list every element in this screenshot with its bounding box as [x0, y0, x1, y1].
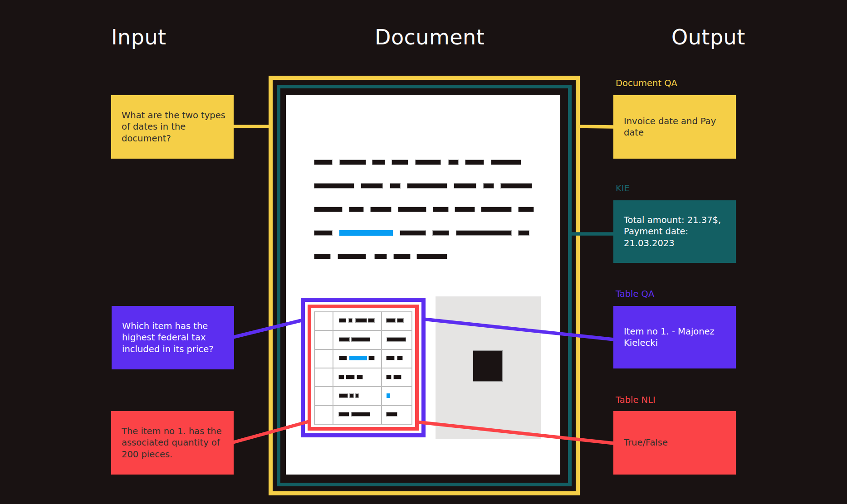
table-cell-bar	[351, 412, 370, 417]
redacted-bar	[407, 183, 447, 189]
output-box-table-qa-text: Item no 1. - Majonez Kielecki	[624, 326, 730, 349]
table-cell-bar	[386, 412, 397, 417]
table-row-line	[314, 349, 412, 350]
redacted-bar	[314, 183, 354, 189]
redacted-bar	[339, 160, 366, 165]
figure-canvas: Input Document Output What are the two t…	[0, 0, 847, 504]
redacted-bar	[314, 207, 343, 212]
table-cell-bar	[338, 412, 349, 417]
redacted-bar	[400, 230, 426, 236]
table-cell-bar	[386, 356, 395, 360]
input-box-table-qa: Which item has the highest federal tax i…	[112, 306, 234, 369]
table-row-line	[314, 368, 412, 368]
redacted-bar	[448, 160, 459, 165]
redacted-bar-highlighted	[339, 230, 393, 236]
input-box-table-qa-text: Which item has the highest federal tax i…	[122, 320, 229, 355]
redacted-bar	[314, 254, 331, 259]
output-label-kie: KIE	[616, 183, 630, 194]
table-row-line	[314, 424, 412, 425]
table-cell-bar	[368, 318, 375, 323]
redacted-bar	[398, 207, 426, 212]
output-box-table-nli-text: True/False	[624, 437, 668, 449]
table-cell-bar	[368, 356, 375, 360]
output-column-title: Output	[671, 25, 745, 49]
table-cell-bar	[348, 318, 353, 323]
redacted-bar	[392, 160, 408, 165]
table-cell-bar	[355, 393, 359, 398]
table-cell-bar	[339, 356, 347, 360]
output-box-document-qa-text: Invoice date and Pay date	[624, 116, 730, 139]
redacted-bar	[370, 207, 392, 212]
table-row-line	[314, 330, 412, 331]
table-cell-bar	[387, 337, 406, 342]
document-column-title: Document	[375, 25, 485, 49]
table-cell-bar-highlighted	[349, 356, 367, 360]
output-box-document-qa: Invoice date and Pay date	[613, 95, 736, 159]
redacted-bar	[374, 254, 387, 259]
redacted-bar	[481, 207, 512, 212]
table-cell-bar-highlighted	[387, 393, 390, 398]
table-cell-bar	[386, 375, 392, 379]
redacted-bar	[415, 160, 441, 165]
redacted-bar	[491, 160, 521, 165]
redacted-bar	[518, 230, 529, 236]
table-row-line	[314, 405, 412, 406]
redacted-bar	[465, 160, 484, 165]
table-cell-bar	[339, 318, 346, 323]
redacted-bar	[361, 183, 383, 189]
input-box-table-nli: The item no 1. has the associated quanti…	[111, 411, 234, 475]
redacted-bar	[433, 207, 449, 212]
table-cell-bar	[338, 375, 344, 379]
table-cell-bar	[351, 337, 370, 342]
table-cell-bar	[386, 318, 396, 323]
redacted-bar	[455, 207, 475, 212]
table-cell-bar	[393, 375, 401, 379]
table-cell-bar	[397, 356, 403, 360]
redacted-bar	[416, 254, 447, 259]
redacted-bar	[483, 183, 494, 189]
table-cell-bar	[357, 375, 363, 379]
redacted-bar	[314, 230, 333, 236]
input-box-document-qa-text: What are the two types of dates in the d…	[122, 110, 228, 145]
redacted-bar	[390, 183, 401, 189]
output-box-table-nli: True/False	[613, 411, 736, 475]
output-box-kie-text: Total amount: 21.37$, Payment date: 21.0…	[624, 214, 730, 249]
input-column-title: Input	[111, 25, 166, 49]
connector-docqa-right	[577, 126, 614, 127]
table-cell-bar	[397, 318, 404, 323]
output-box-table-qa: Item no 1. - Majonez Kielecki	[613, 306, 736, 368]
table-row-line	[314, 386, 412, 387]
redacted-bar	[432, 230, 449, 236]
redacted-bar	[454, 183, 476, 189]
input-box-table-nli-text: The item no 1. has the associated quanti…	[122, 426, 228, 460]
redacted-bar	[518, 207, 534, 212]
redacted-bar	[372, 160, 385, 165]
redacted-bar	[338, 254, 366, 259]
table-cell-bar	[349, 393, 354, 398]
redacted-bar	[456, 230, 512, 236]
table-cell-bar	[355, 318, 367, 323]
redacted-bar	[500, 183, 532, 189]
output-label-table-nli: Table NLI	[616, 395, 656, 405]
output-label-document-qa: Document QA	[616, 78, 677, 88]
output-label-table-qa: Table QA	[616, 289, 654, 299]
table-row-line	[314, 311, 412, 312]
redacted-bar	[349, 207, 364, 212]
table-cell-bar	[339, 393, 348, 398]
document-image-black-square	[473, 350, 503, 382]
table-cell-bar	[339, 337, 350, 342]
input-box-document-qa: What are the two types of dates in the d…	[111, 95, 234, 159]
redacted-bar	[393, 254, 411, 259]
output-box-kie: Total amount: 21.37$, Payment date: 21.0…	[613, 200, 736, 263]
table-cell-bar	[346, 375, 355, 379]
redacted-bar	[314, 160, 333, 165]
